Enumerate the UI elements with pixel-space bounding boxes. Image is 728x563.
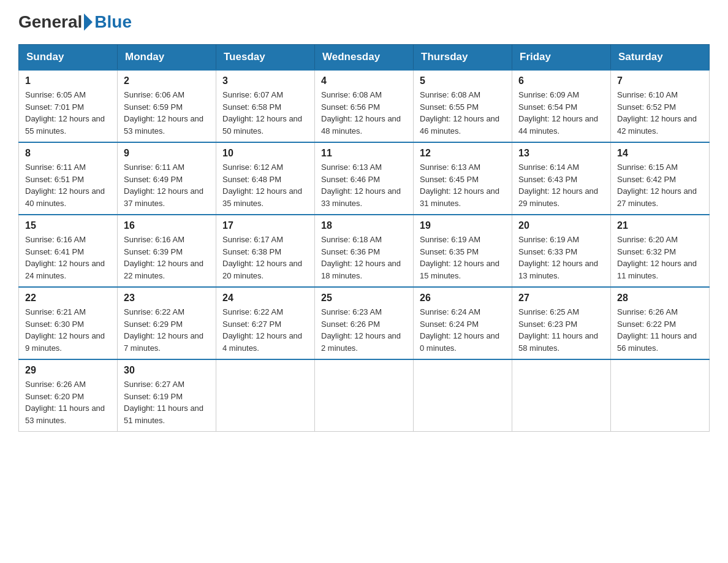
- day-info: Sunrise: 6:08 AM Sunset: 6:56 PM Dayligh…: [321, 89, 407, 137]
- table-row: 27 Sunrise: 6:25 AM Sunset: 6:23 PM Dayl…: [512, 287, 611, 359]
- calendar-table: Sunday Monday Tuesday Wednesday Thursday…: [18, 44, 710, 432]
- table-row: 2 Sunrise: 6:06 AM Sunset: 6:59 PM Dayli…: [118, 70, 216, 142]
- table-row: 28 Sunrise: 6:26 AM Sunset: 6:22 PM Dayl…: [611, 287, 710, 359]
- table-row: 30 Sunrise: 6:27 AM Sunset: 6:19 PM Dayl…: [118, 359, 216, 432]
- day-number: 19: [420, 220, 506, 231]
- day-number: 26: [420, 293, 506, 304]
- day-number: 1: [25, 75, 111, 86]
- logo-triangle-icon: [84, 13, 93, 31]
- day-number: 23: [124, 293, 210, 304]
- day-info: Sunrise: 6:23 AM Sunset: 6:26 PM Dayligh…: [321, 306, 407, 354]
- day-info: Sunrise: 6:22 AM Sunset: 6:27 PM Dayligh…: [222, 306, 308, 354]
- day-info: Sunrise: 6:18 AM Sunset: 6:36 PM Dayligh…: [321, 234, 407, 282]
- day-info: Sunrise: 6:13 AM Sunset: 6:46 PM Dayligh…: [321, 161, 407, 209]
- day-number: 22: [25, 293, 111, 304]
- logo-blue-text: Blue: [94, 12, 132, 32]
- day-number: 5: [420, 75, 506, 86]
- day-number: 11: [321, 148, 407, 159]
- day-info: Sunrise: 6:05 AM Sunset: 7:01 PM Dayligh…: [25, 89, 111, 137]
- logo: General Blue: [18, 12, 132, 32]
- table-row: 19 Sunrise: 6:19 AM Sunset: 6:35 PM Dayl…: [414, 215, 512, 287]
- day-info: Sunrise: 6:20 AM Sunset: 6:32 PM Dayligh…: [617, 234, 703, 282]
- calendar-week-row: 1 Sunrise: 6:05 AM Sunset: 7:01 PM Dayli…: [19, 70, 710, 142]
- day-info: Sunrise: 6:12 AM Sunset: 6:48 PM Dayligh…: [222, 161, 308, 209]
- day-number: 2: [124, 75, 210, 86]
- day-info: Sunrise: 6:22 AM Sunset: 6:29 PM Dayligh…: [124, 306, 210, 354]
- day-info: Sunrise: 6:24 AM Sunset: 6:24 PM Dayligh…: [420, 306, 506, 354]
- table-row: 10 Sunrise: 6:12 AM Sunset: 6:48 PM Dayl…: [216, 142, 315, 215]
- table-row: 22 Sunrise: 6:21 AM Sunset: 6:30 PM Dayl…: [19, 287, 118, 359]
- calendar-week-row: 8 Sunrise: 6:11 AM Sunset: 6:51 PM Dayli…: [19, 142, 710, 215]
- table-row: [414, 359, 512, 432]
- table-row: 16 Sunrise: 6:16 AM Sunset: 6:39 PM Dayl…: [118, 215, 216, 287]
- day-number: 28: [617, 293, 703, 304]
- table-row: 24 Sunrise: 6:22 AM Sunset: 6:27 PM Dayl…: [216, 287, 315, 359]
- calendar-week-row: 29 Sunrise: 6:26 AM Sunset: 6:20 PM Dayl…: [19, 359, 710, 432]
- header-friday: Friday: [512, 45, 611, 71]
- table-row: [216, 359, 315, 432]
- table-row: 18 Sunrise: 6:18 AM Sunset: 6:36 PM Dayl…: [315, 215, 414, 287]
- day-info: Sunrise: 6:09 AM Sunset: 6:54 PM Dayligh…: [518, 89, 604, 137]
- day-info: Sunrise: 6:25 AM Sunset: 6:23 PM Dayligh…: [518, 306, 604, 354]
- table-row: [512, 359, 611, 432]
- header-tuesday: Tuesday: [216, 45, 315, 71]
- page-header: General Blue: [18, 12, 710, 32]
- day-number: 27: [518, 293, 604, 304]
- day-number: 24: [222, 293, 308, 304]
- day-number: 12: [420, 148, 506, 159]
- header-thursday: Thursday: [414, 45, 512, 71]
- table-row: 29 Sunrise: 6:26 AM Sunset: 6:20 PM Dayl…: [19, 359, 118, 432]
- table-row: 23 Sunrise: 6:22 AM Sunset: 6:29 PM Dayl…: [118, 287, 216, 359]
- table-row: 9 Sunrise: 6:11 AM Sunset: 6:49 PM Dayli…: [118, 142, 216, 215]
- table-row: 1 Sunrise: 6:05 AM Sunset: 7:01 PM Dayli…: [19, 70, 118, 142]
- day-number: 18: [321, 220, 407, 231]
- table-row: 20 Sunrise: 6:19 AM Sunset: 6:33 PM Dayl…: [512, 215, 611, 287]
- table-row: 21 Sunrise: 6:20 AM Sunset: 6:32 PM Dayl…: [611, 215, 710, 287]
- day-info: Sunrise: 6:26 AM Sunset: 6:20 PM Dayligh…: [25, 378, 111, 426]
- table-row: 26 Sunrise: 6:24 AM Sunset: 6:24 PM Dayl…: [414, 287, 512, 359]
- day-number: 9: [124, 148, 210, 159]
- table-row: 11 Sunrise: 6:13 AM Sunset: 6:46 PM Dayl…: [315, 142, 414, 215]
- day-info: Sunrise: 6:10 AM Sunset: 6:52 PM Dayligh…: [617, 89, 703, 137]
- day-info: Sunrise: 6:11 AM Sunset: 6:51 PM Dayligh…: [25, 161, 111, 209]
- calendar-week-row: 22 Sunrise: 6:21 AM Sunset: 6:30 PM Dayl…: [19, 287, 710, 359]
- day-number: 16: [124, 220, 210, 231]
- day-number: 15: [25, 220, 111, 231]
- table-row: 8 Sunrise: 6:11 AM Sunset: 6:51 PM Dayli…: [19, 142, 118, 215]
- weekday-header-row: Sunday Monday Tuesday Wednesday Thursday…: [19, 45, 710, 71]
- day-info: Sunrise: 6:11 AM Sunset: 6:49 PM Dayligh…: [124, 161, 210, 209]
- day-number: 14: [617, 148, 703, 159]
- table-row: 5 Sunrise: 6:08 AM Sunset: 6:55 PM Dayli…: [414, 70, 512, 142]
- header-monday: Monday: [118, 45, 216, 71]
- day-info: Sunrise: 6:16 AM Sunset: 6:41 PM Dayligh…: [25, 234, 111, 282]
- header-wednesday: Wednesday: [315, 45, 414, 71]
- day-info: Sunrise: 6:15 AM Sunset: 6:42 PM Dayligh…: [617, 161, 703, 209]
- day-number: 3: [222, 75, 308, 86]
- day-number: 8: [25, 148, 111, 159]
- calendar-week-row: 15 Sunrise: 6:16 AM Sunset: 6:41 PM Dayl…: [19, 215, 710, 287]
- table-row: 3 Sunrise: 6:07 AM Sunset: 6:58 PM Dayli…: [216, 70, 315, 142]
- day-number: 6: [518, 75, 604, 86]
- table-row: 17 Sunrise: 6:17 AM Sunset: 6:38 PM Dayl…: [216, 215, 315, 287]
- table-row: 13 Sunrise: 6:14 AM Sunset: 6:43 PM Dayl…: [512, 142, 611, 215]
- day-number: 10: [222, 148, 308, 159]
- day-number: 13: [518, 148, 604, 159]
- day-info: Sunrise: 6:26 AM Sunset: 6:22 PM Dayligh…: [617, 306, 703, 354]
- logo-general-text: General: [18, 12, 82, 32]
- header-saturday: Saturday: [611, 45, 710, 71]
- day-number: 20: [518, 220, 604, 231]
- table-row: 7 Sunrise: 6:10 AM Sunset: 6:52 PM Dayli…: [611, 70, 710, 142]
- day-info: Sunrise: 6:06 AM Sunset: 6:59 PM Dayligh…: [124, 89, 210, 137]
- table-row: 6 Sunrise: 6:09 AM Sunset: 6:54 PM Dayli…: [512, 70, 611, 142]
- day-info: Sunrise: 6:14 AM Sunset: 6:43 PM Dayligh…: [518, 161, 604, 209]
- day-number: 21: [617, 220, 703, 231]
- table-row: 14 Sunrise: 6:15 AM Sunset: 6:42 PM Dayl…: [611, 142, 710, 215]
- day-info: Sunrise: 6:19 AM Sunset: 6:33 PM Dayligh…: [518, 234, 604, 282]
- day-info: Sunrise: 6:19 AM Sunset: 6:35 PM Dayligh…: [420, 234, 506, 282]
- day-info: Sunrise: 6:21 AM Sunset: 6:30 PM Dayligh…: [25, 306, 111, 354]
- day-info: Sunrise: 6:17 AM Sunset: 6:38 PM Dayligh…: [222, 234, 308, 282]
- day-number: 17: [222, 220, 308, 231]
- day-number: 7: [617, 75, 703, 86]
- day-number: 29: [25, 365, 111, 376]
- day-number: 30: [124, 365, 210, 376]
